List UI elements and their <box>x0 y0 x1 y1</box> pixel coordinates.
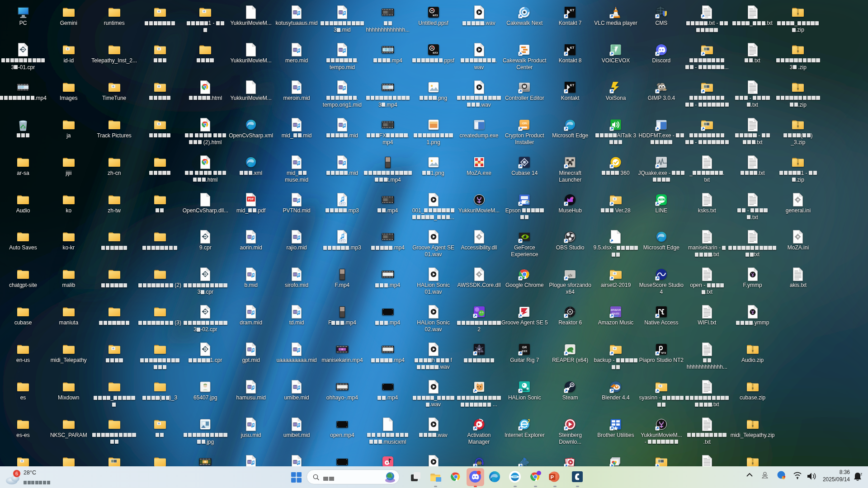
svg-text:z: z <box>860 472 863 476</box>
svg-text:6: 6 <box>15 471 18 476</box>
svg-text:P: P <box>551 474 554 480</box>
